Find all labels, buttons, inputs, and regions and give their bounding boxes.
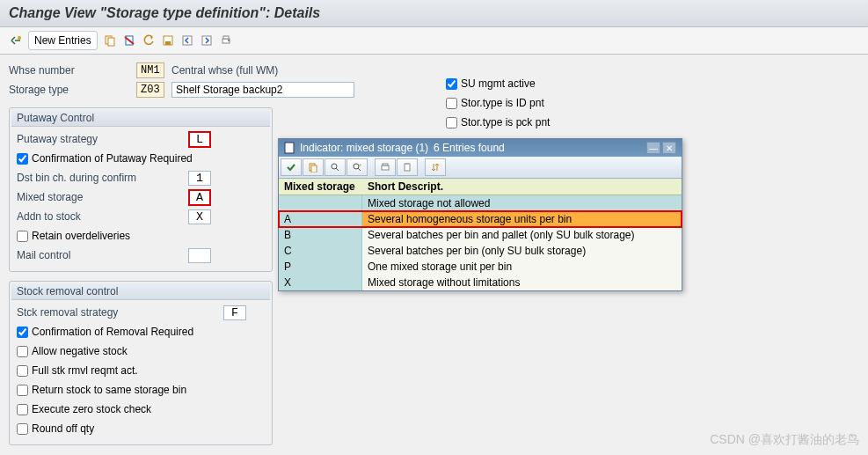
stck-removal-input[interactable]: [223, 305, 246, 320]
next-icon[interactable]: [200, 33, 214, 48]
popup-col1-header: Mixed storage: [279, 179, 362, 194]
addn-stock-label: Addn to stock: [17, 210, 188, 223]
delete-icon[interactable]: [122, 33, 136, 48]
popup-close-icon[interactable]: ✕: [662, 142, 676, 154]
svg-rect-12: [285, 143, 294, 153]
dst-bin-label: Dst bin ch. during confirm: [17, 172, 188, 184]
popup-title-text: Indicator: mixed storage (1): [300, 142, 428, 154]
popup-row-blank[interactable]: Mixed storage not allowed: [279, 195, 682, 211]
svg-rect-14: [311, 165, 317, 172]
toggle-icon[interactable]: [9, 33, 23, 48]
whse-number-label: Whse number: [9, 64, 136, 77]
right-checkboxes: SU mgmt active Stor.type is ID pnt Stor.…: [446, 75, 550, 133]
su-mgmt-checkbox[interactable]: [446, 78, 457, 90]
popup-row-b[interactable]: B Several batches per bin and pallet (on…: [279, 227, 682, 243]
return-stock-label: Return stock to same storage bin: [32, 384, 186, 396]
copy-icon[interactable]: [103, 33, 117, 48]
putaway-strategy-label: Putaway strategy: [17, 133, 188, 145]
svg-rect-21: [383, 164, 388, 165]
svg-text:+: +: [359, 162, 362, 167]
return-stock-checkbox[interactable]: [17, 385, 28, 396]
popup-entries-text: 6 Entries found: [434, 142, 505, 154]
prev-icon[interactable]: [180, 33, 194, 48]
mixed-storage-label: Mixed storage: [17, 191, 188, 203]
popup-header-row: Mixed storage Short Descript.: [279, 179, 682, 195]
svg-line-18: [358, 168, 361, 171]
round-qty-label: Round off qty: [32, 422, 94, 435]
popup-sort-icon[interactable]: [425, 158, 446, 176]
popup-col2-header: Short Descript.: [362, 179, 682, 194]
putaway-confirm-checkbox[interactable]: [17, 153, 28, 165]
zero-check-label: Execute zero stock check: [32, 403, 151, 415]
full-rmvl-label: Full stk rmvl reqmt act.: [32, 364, 138, 377]
popup-find-icon[interactable]: [325, 158, 346, 176]
svg-rect-10: [223, 36, 229, 39]
svg-point-0: [18, 36, 21, 40]
full-rmvl-checkbox[interactable]: [17, 365, 28, 377]
storage-type-value: Z03: [136, 82, 164, 98]
stor-id-checkbox[interactable]: [446, 98, 457, 109]
svg-rect-20: [382, 165, 389, 170]
popup-row-x[interactable]: X Mixed storage without limitations: [279, 275, 682, 290]
storage-type-desc-input[interactable]: [171, 82, 354, 98]
retain-checkbox[interactable]: [17, 231, 28, 242]
storage-type-label: Storage type: [9, 84, 136, 96]
popup-print-icon[interactable]: [375, 158, 396, 176]
putaway-group: Putaway Control Putaway strategy Confirm…: [9, 107, 273, 272]
popup-doc-icon: [284, 142, 295, 154]
mail-control-input[interactable]: [188, 248, 211, 263]
zero-check-checkbox[interactable]: [17, 404, 28, 415]
dst-bin-input[interactable]: [188, 171, 211, 186]
value-help-popup: Indicator: mixed storage (1) 6 Entries f…: [278, 138, 682, 291]
stor-pck-label: Stor.type is pck pnt: [461, 116, 550, 128]
removal-group: Stock removal control Stck removal strat…: [9, 281, 273, 445]
whse-desc: Central whse (full WM): [171, 64, 278, 77]
popup-accept-icon[interactable]: [281, 158, 302, 176]
title-bar: Change View "Storage type definition": D…: [0, 0, 868, 27]
svg-rect-22: [405, 164, 410, 171]
svg-rect-6: [165, 41, 171, 45]
su-mgmt-label: SU mgmt active: [461, 77, 536, 90]
mixed-storage-input[interactable]: [188, 189, 211, 206]
svg-rect-8: [202, 36, 211, 45]
popup-row-a[interactable]: A Several homogeneous storage units per …: [279, 211, 682, 227]
neg-stock-label: Allow negative stock: [32, 345, 128, 357]
svg-rect-23: [405, 163, 409, 165]
watermark: CSDN @喜欢打酱油的老鸟: [710, 432, 859, 448]
popup-clipboard-icon[interactable]: [397, 158, 418, 176]
stck-removal-label: Stck removal strategy: [17, 306, 223, 319]
putaway-strategy-input[interactable]: [188, 131, 211, 148]
popup-row-p[interactable]: P One mixed storage unit per bin: [279, 259, 682, 275]
popup-toolbar: +: [279, 157, 682, 179]
removal-confirm-label: Confirmation of Removal Required: [32, 326, 193, 338]
save-icon[interactable]: [161, 33, 175, 48]
svg-line-16: [336, 168, 339, 171]
putaway-confirm-label: Confirmation of Putaway Required: [32, 152, 193, 165]
main-toolbar: New Entries: [0, 27, 868, 55]
popup-copy-icon[interactable]: [303, 158, 324, 176]
retain-label: Retain overdeliveries: [32, 230, 130, 242]
removal-confirm-checkbox[interactable]: [17, 327, 28, 338]
page-title: Change View "Storage type definition": D…: [9, 5, 859, 21]
popup-titlebar: Indicator: mixed storage (1) 6 Entries f…: [279, 139, 682, 157]
neg-stock-checkbox[interactable]: [17, 346, 28, 357]
svg-rect-7: [183, 36, 192, 45]
svg-rect-2: [108, 38, 114, 46]
popup-row-c[interactable]: C Several batches per bin (only SU bulk …: [279, 243, 682, 259]
removal-title: Stock removal control: [11, 283, 270, 300]
stor-pck-checkbox[interactable]: [446, 117, 457, 128]
popup-find-next-icon[interactable]: +: [346, 158, 368, 176]
print-icon[interactable]: [219, 33, 233, 48]
whse-number-value: NM1: [136, 62, 164, 78]
popup-minimize-icon[interactable]: —: [646, 142, 660, 154]
undo-icon[interactable]: [142, 33, 156, 48]
svg-point-11: [228, 40, 230, 41]
putaway-title: Putaway Control: [11, 110, 270, 127]
round-qty-checkbox[interactable]: [17, 423, 28, 435]
mail-control-label: Mail control: [17, 249, 188, 261]
stor-id-label: Stor.type is ID pnt: [461, 97, 544, 109]
new-entries-button[interactable]: New Entries: [28, 31, 98, 50]
addn-stock-input[interactable]: [188, 209, 211, 224]
